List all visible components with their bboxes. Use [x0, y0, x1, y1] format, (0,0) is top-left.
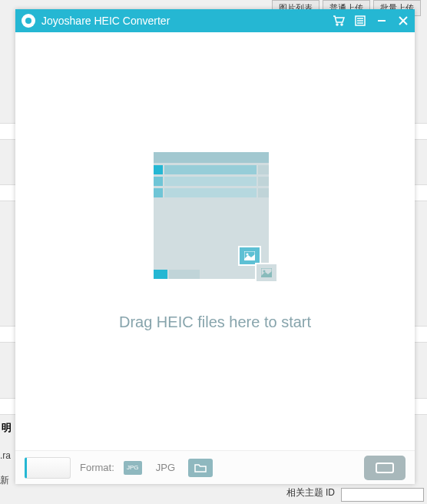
app-window: Joyoshare HEIC Converter	[15, 9, 415, 484]
convert-button[interactable]	[364, 456, 405, 480]
output-folder-button[interactable]	[188, 459, 213, 477]
svg-point-0	[25, 18, 31, 24]
svg-rect-14	[376, 463, 393, 472]
format-label: Format:	[80, 462, 114, 473]
cart-icon[interactable]	[332, 14, 346, 28]
close-button[interactable]	[396, 14, 410, 28]
drop-zone-text: Drag HEIC files here to start	[119, 313, 311, 331]
drop-illustration-icon	[154, 152, 276, 298]
app-title: Joyoshare HEIC Converter	[41, 15, 332, 27]
format-badge-icon: JPG	[124, 461, 142, 475]
bottom-bar: Format: JPG JPG	[15, 450, 415, 484]
bg-related-id-label: 相关主题 ID	[286, 486, 335, 499]
svg-point-1	[336, 24, 338, 25]
drop-zone[interactable]: Drag HEIC files here to start	[15, 32, 415, 450]
menu-icon[interactable]	[353, 14, 367, 28]
bg-text: 明	[2, 421, 12, 435]
titlebar: Joyoshare HEIC Converter	[15, 9, 415, 32]
format-select[interactable]: JPG	[156, 462, 179, 473]
app-logo-icon	[22, 14, 35, 28]
svg-point-2	[341, 24, 343, 25]
add-files-button[interactable]	[25, 457, 71, 479]
bg-text: .ra	[0, 450, 11, 461]
minimize-button[interactable]	[375, 14, 389, 28]
bg-related-id-input[interactable]	[341, 488, 424, 502]
bg-text: 新	[0, 474, 9, 487]
